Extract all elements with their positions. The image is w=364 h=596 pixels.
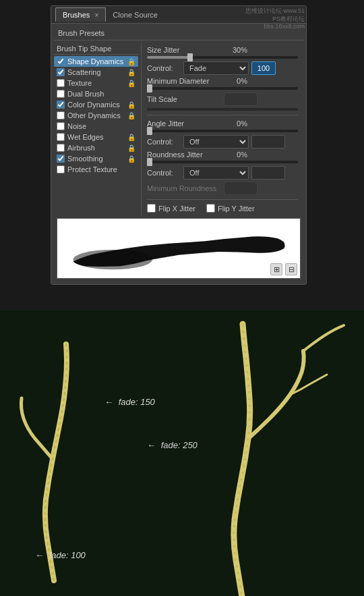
size-jitter-slider[interactable]	[147, 56, 298, 59]
preview-icon-1[interactable]: ⊞	[270, 263, 282, 275]
control-fade-row: Control: Fade Off Pen Pressure Pen Tilt	[147, 61, 298, 75]
brush-item-wet-edges[interactable]: Wet Edges 🔒	[54, 132, 138, 142]
texture-checkbox[interactable]	[57, 79, 65, 87]
tilt-scale-input	[224, 92, 257, 106]
min-roundness-row: Minimum Roundness	[147, 182, 298, 195]
control2-label: Control:	[147, 138, 181, 146]
tab-brushes[interactable]: Brushes ×	[55, 7, 106, 22]
flip-x-checkbox[interactable]	[147, 204, 156, 213]
tab-clone-source[interactable]: Clone Source	[106, 8, 164, 22]
lock-icon-color-dynamics: 🔒	[127, 101, 135, 109]
brush-item-shape-dynamics[interactable]: Shape Dynamics 🔒	[54, 56, 138, 67]
lock-icon-smoothing: 🔒	[127, 155, 135, 163]
dual-brush-checkbox[interactable]	[57, 90, 65, 98]
control-off-select[interactable]: Off Fade Pen Pressure	[183, 135, 249, 148]
angle-jitter-label: Angle Jitter	[147, 119, 221, 128]
brush-settings: Size Jitter 30% Control: Fade Off Pen P	[142, 43, 303, 215]
flip-y-item: Flip Y Jitter	[206, 204, 255, 213]
brush-preview: ⊞ ⊟	[57, 218, 301, 279]
roundness-jitter-value: 0%	[224, 151, 247, 159]
size-jitter-row: Size Jitter 30%	[147, 46, 298, 54]
min-roundness-label: Minimum Roundness	[147, 184, 221, 192]
flip-row: Flip X Jitter Flip Y Jitter	[147, 204, 298, 213]
roundness-jitter-label: Roundness Jitter	[147, 151, 221, 159]
angle-jitter-row: Angle Jitter 0%	[147, 119, 298, 128]
smoothing-checkbox[interactable]	[57, 155, 65, 163]
min-diameter-label: Minimum Diameter	[147, 77, 221, 85]
other-dynamics-checkbox[interactable]	[57, 111, 65, 119]
brush-item-noise[interactable]: Noise	[54, 121, 138, 132]
tilt-scale-slider	[147, 108, 298, 111]
arrow-icon-2: ←	[147, 440, 156, 450]
lock-icon-shape-dynamics: 🔒	[127, 58, 135, 65]
shape-dynamics-checkbox[interactable]	[57, 57, 65, 65]
tilt-scale-row: Tilt Scale	[147, 92, 298, 106]
flip-y-label: Flip Y Jitter	[218, 205, 255, 213]
brush-item-texture[interactable]: Texture 🔒	[54, 78, 138, 88]
panel-body: Brush Tip Shape Shape Dynamics 🔒 Scatter…	[54, 43, 303, 215]
fade-100-label: ← fade: 100	[35, 550, 86, 560]
brush-tip-list: Brush Tip Shape Shape Dynamics 🔒 Scatter…	[54, 43, 142, 215]
arrow-icon-1: ←	[104, 397, 113, 407]
scattering-checkbox[interactable]	[57, 68, 65, 76]
brush-tip-title: Brush Tip Shape	[54, 43, 138, 55]
preview-icon-2[interactable]: ⊟	[285, 263, 297, 275]
lock-icon-wet-edges: 🔒	[127, 134, 135, 141]
protect-texture-checkbox[interactable]	[57, 165, 65, 173]
control3-label: Control:	[147, 169, 181, 177]
lock-icon-scattering: 🔒	[127, 69, 135, 76]
min-diameter-slider[interactable]	[147, 87, 298, 90]
svg-point-0	[73, 250, 152, 269]
control-label: Control:	[147, 64, 181, 72]
preview-icons: ⊞ ⊟	[270, 263, 297, 275]
angle-jitter-slider[interactable]	[147, 130, 298, 132]
fade-150-label: ← fade: 150	[104, 397, 155, 407]
lock-icon-airbrush: 🔒	[127, 144, 135, 152]
min-diameter-row: Minimum Diameter 0%	[147, 77, 298, 85]
angle-jitter-value: 0%	[224, 119, 247, 128]
control-off-row: Control: Off Fade Pen Pressure	[147, 135, 298, 148]
control-off2-select[interactable]: Off Fade Pen Pressure	[183, 166, 249, 180]
control-fade-select[interactable]: Fade Off Pen Pressure Pen Tilt	[183, 61, 249, 75]
color-dynamics-checkbox[interactable]	[57, 101, 65, 109]
control3-input[interactable]	[251, 166, 285, 180]
size-jitter-label: Size Jitter	[147, 46, 221, 54]
tilt-scale-label: Tilt Scale	[147, 95, 221, 103]
brush-item-dual-brush[interactable]: Dual Brush	[54, 88, 138, 99]
size-jitter-value: 30%	[224, 46, 247, 54]
min-diameter-value: 0%	[224, 77, 247, 85]
fade-250-label: ← fade: 250	[147, 440, 198, 450]
flip-x-label: Flip X Jitter	[158, 205, 195, 213]
brush-panel: 思维设计论坛·www.51 PS教程论坛 bbs.16xx8.com Brush…	[51, 5, 307, 285]
brush-item-smoothing[interactable]: Smoothing 🔒	[54, 153, 138, 164]
wet-edges-checkbox[interactable]	[57, 133, 65, 141]
brush-item-color-dynamics[interactable]: Color Dynamics 🔒	[54, 99, 138, 110]
min-roundness-input	[224, 182, 257, 195]
airbrush-checkbox[interactable]	[57, 144, 65, 152]
fade-value-input[interactable]	[251, 61, 276, 75]
roundness-jitter-slider[interactable]	[147, 161, 298, 163]
flip-x-item: Flip X Jitter	[147, 204, 195, 213]
demo-area: ← fade: 150 ← fade: 250 ← fade: 100	[0, 310, 364, 596]
roundness-jitter-row: Roundness Jitter 0%	[147, 151, 298, 159]
lock-icon-texture: 🔒	[127, 80, 135, 87]
lock-icon-other-dynamics: 🔒	[127, 112, 135, 119]
control-off2-row: Control: Off Fade Pen Pressure	[147, 166, 298, 180]
panel-content: Brush Presets Brush Tip Shape Shape Dyna…	[51, 24, 306, 284]
close-brushes-icon[interactable]: ×	[94, 11, 98, 19]
flip-y-checkbox[interactable]	[206, 204, 215, 213]
watermark: 思维设计论坛·www.51 PS教程论坛 bbs.16xx8.com	[244, 6, 306, 32]
arrow-icon-3: ←	[35, 550, 44, 560]
brush-item-airbrush[interactable]: Airbrush 🔒	[54, 142, 138, 153]
brush-item-protect-texture[interactable]: Protect Texture	[54, 164, 138, 175]
brush-item-other-dynamics[interactable]: Other Dynamics 🔒	[54, 110, 138, 121]
noise-checkbox[interactable]	[57, 122, 65, 130]
brush-item-scattering[interactable]: Scattering 🔒	[54, 67, 138, 78]
control2-input[interactable]	[251, 135, 285, 148]
